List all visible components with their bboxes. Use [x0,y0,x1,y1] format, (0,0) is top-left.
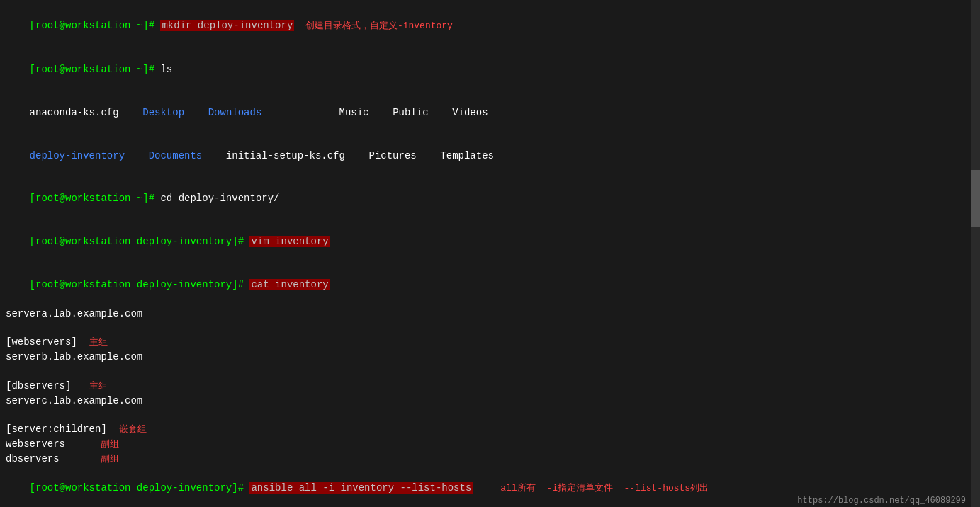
scrollbar[interactable] [971,0,980,507]
inv-line-dbs: dbservers 副组 [0,452,980,467]
cmd: cat inventory [249,279,330,290]
line-2: [root@workstation ~]# ls [0,47,980,91]
terminal: [root@workstation ~]# mkdir deploy-inven… [0,0,980,507]
ls-item: anaconda-ks.cfg [30,107,143,118]
ls-item: Music [339,107,393,118]
ls-item: initial-setup-ks.cfg [226,150,369,161]
inv-line-1: servera.lab.example.com [0,307,980,321]
url-text: https://blog.csdn.net/qq_46089299 [797,496,966,506]
prompt: [root@workstation ~]# [30,64,161,75]
cmd: ansible all -i inventory --list-hosts [249,482,473,494]
prompt: [root@workstation deploy-inventory]# [30,236,250,247]
line-7: [root@workstation deploy-inventory]# cat… [0,263,980,307]
cmd: ls [160,64,172,75]
line-5: [root@workstation ~]# cd deploy-inventor… [0,177,980,220]
scrollbar-thumb[interactable] [971,170,980,227]
ls-item: Templates [440,150,494,161]
inv-line-serverb: serverb.lab.example.com [0,350,980,364]
ls-item: Documents [149,150,226,161]
line-1: [root@workstation ~]# mkdir deploy-inven… [0,4,980,47]
inv-line-blank2 [0,365,980,379]
cmd: mkdir deploy-inventory [160,20,294,31]
ls-item: Downloads [208,107,339,118]
prompt: [root@workstation ~]# [30,20,161,31]
cmd: vim inventory [249,236,330,247]
ls-item: Public [393,107,452,118]
ls-item: deploy-inventory [30,150,149,161]
inv-line-serverc: serverc.lab.example.com [0,394,980,408]
line-ls-2: deploy-inventory Documents initial-setup… [0,134,980,177]
cmd: cd deploy-inventory/ [160,193,279,204]
ls-item: Desktop [142,107,208,118]
prompt: [root@workstation deploy-inventory]# [30,482,250,494]
inv-line-webservers: [webservers] 主组 [0,335,980,350]
prompt: [root@workstation deploy-inventory]# [30,279,250,290]
prompt: [root@workstation ~]# [30,193,161,204]
inv-line-blank1 [0,321,980,335]
line-ls-1: anaconda-ks.cfg Desktop Downloads Music … [0,91,980,134]
inv-line-ws: webservers 副组 [0,437,980,452]
line-6: [root@workstation deploy-inventory]# vim… [0,220,980,263]
annotation: 创建目录格式，自定义-inventory [294,21,453,31]
inv-line-blank3 [0,408,980,422]
inv-line-dbservers: [dbservers] 主组 [0,379,980,394]
ls-item: Videos [452,107,488,118]
footer-url: https://blog.csdn.net/qq_46089299 [797,494,966,507]
inv-line-children: [server:children] 嵌套组 [0,422,980,437]
annotation: all所有 -i指定清单文件 --list-hosts列出 [473,483,709,494]
ls-item: Pictures [369,150,441,161]
